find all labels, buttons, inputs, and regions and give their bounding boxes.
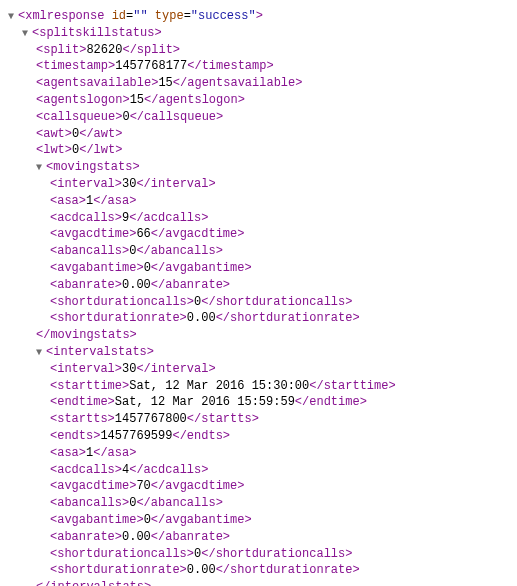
xmlresponse-open[interactable]: ▼<xmlresponse id="" type="success"> [8,8,509,25]
twisty-icon[interactable]: ▼ [22,27,32,41]
agentslogon-node: <agentslogon>15</agentslogon> [8,92,509,109]
abanrate-node: <abanrate>0.00</abanrate> [8,277,509,294]
shortdurationcalls-node: <shortdurationcalls>0</shortdurationcall… [8,546,509,563]
twisty-icon[interactable]: ▼ [8,10,18,24]
intervalstats-open[interactable]: ▼<intervalstats> [8,344,509,361]
abancalls-node: <abancalls>0</abancalls> [8,495,509,512]
avgacdtime-node: <avgacdtime>70</avgacdtime> [8,478,509,495]
splitskillstatus-open[interactable]: ▼<splitskillstatus> [8,25,509,42]
twisty-icon[interactable]: ▼ [36,346,46,360]
timestamp-node: <timestamp>1457768177</timestamp> [8,58,509,75]
avgacdtime-node: <avgacdtime>66</avgacdtime> [8,226,509,243]
movingstats-close: </movingstats> [8,327,509,344]
shortdurationcalls-node: <shortdurationcalls>0</shortdurationcall… [8,294,509,311]
callsqueue-node: <callsqueue>0</callsqueue> [8,109,509,126]
split-node: <split>82620</split> [8,42,509,59]
shortdurationrate-node: <shortdurationrate>0.00</shortdurationra… [8,310,509,327]
xml-tree: ▼<xmlresponse id="" type="success"> ▼<sp… [8,8,509,586]
agentsavailable-node: <agentsavailable>15</agentsavailable> [8,75,509,92]
shortdurationrate-node: <shortdurationrate>0.00</shortdurationra… [8,562,509,579]
avgabantime-node: <avgabantime>0</avgabantime> [8,260,509,277]
endts-node: <endts>1457769599</endts> [8,428,509,445]
abanrate-node: <abanrate>0.00</abanrate> [8,529,509,546]
awt-node: <awt>0</awt> [8,126,509,143]
endtime-node: <endtime>Sat, 12 Mar 2016 15:59:59</endt… [8,394,509,411]
startts-node: <startts>1457767800</startts> [8,411,509,428]
acdcalls-node: <acdcalls>9</acdcalls> [8,210,509,227]
movingstats-open[interactable]: ▼<movingstats> [8,159,509,176]
intervalstats-close: </intervalstats> [8,579,509,586]
abancalls-node: <abancalls>0</abancalls> [8,243,509,260]
asa-node: <asa>1</asa> [8,193,509,210]
avgabantime-node: <avgabantime>0</avgabantime> [8,512,509,529]
starttime-node: <starttime>Sat, 12 Mar 2016 15:30:00</st… [8,378,509,395]
asa-node: <asa>1</asa> [8,445,509,462]
interval-node: <interval>30</interval> [8,361,509,378]
lwt-node: <lwt>0</lwt> [8,142,509,159]
interval-node: <interval>30</interval> [8,176,509,193]
acdcalls-node: <acdcalls>4</acdcalls> [8,462,509,479]
twisty-icon[interactable]: ▼ [36,161,46,175]
